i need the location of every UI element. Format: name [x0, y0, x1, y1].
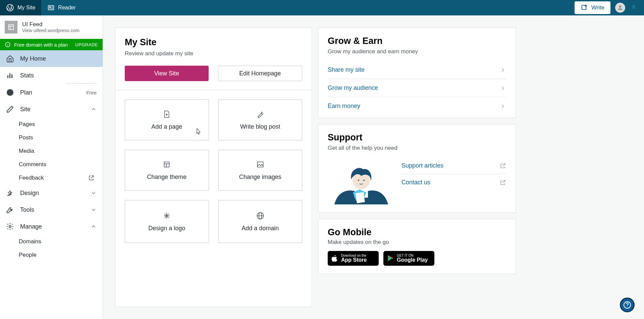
tile-change-theme-label: Change theme — [147, 174, 186, 181]
site-header[interactable]: UI Feed View uifeed.wordpress.com — [0, 15, 103, 39]
site-name: UI Feed — [22, 21, 79, 28]
tile-design-logo-label: Design a logo — [148, 225, 185, 232]
tile-design-logo[interactable]: Design a logo — [125, 200, 209, 243]
link-earn-money[interactable]: Earn money — [328, 97, 506, 115]
tile-add-page-label: Add a page — [151, 123, 182, 130]
tile-add-page[interactable]: Add a page — [125, 100, 209, 140]
link-grow-audience[interactable]: Grow my audience — [328, 79, 506, 97]
write-label: Write — [591, 4, 604, 11]
masterbar-right: Write — [575, 1, 644, 14]
chevron-up-icon — [91, 106, 97, 112]
link-contact-us[interactable]: Contact us — [401, 174, 506, 191]
tile-add-domain-label: Add a domain — [241, 225, 279, 232]
design-icon — [6, 189, 14, 197]
wand-icon — [256, 110, 265, 119]
nav-stats[interactable]: Stats — [0, 67, 103, 84]
plan-badge: Free — [86, 90, 97, 95]
help-fab[interactable] — [620, 298, 635, 312]
tile-change-theme[interactable]: Change theme — [125, 150, 209, 191]
external-icon — [499, 163, 506, 169]
reader-icon — [47, 4, 55, 11]
chevron-up-icon — [91, 224, 97, 230]
chevron-down-icon — [91, 190, 97, 196]
nav-site[interactable]: Site — [0, 101, 103, 118]
notifications-icon[interactable] — [630, 4, 637, 11]
svg-rect-17 — [9, 73, 10, 78]
globe-icon — [256, 211, 265, 220]
view-site-label: View Site — [154, 70, 179, 77]
theme-icon — [162, 160, 171, 169]
gear-icon — [6, 222, 14, 231]
upgrade-banner[interactable]: Free domain with a plan UPGRADE — [0, 39, 103, 50]
svg-point-19 — [7, 89, 13, 96]
nav-posts[interactable]: Posts — [0, 131, 103, 144]
nav-people[interactable]: People — [0, 248, 103, 262]
nav-people-label: People — [19, 252, 37, 258]
stats-icon — [6, 71, 14, 79]
nav-tools-label: Tools — [20, 206, 34, 213]
svg-rect-29 — [257, 162, 263, 167]
link-support-articles[interactable]: Support articles — [401, 157, 506, 174]
nav-design[interactable]: Design — [0, 185, 103, 201]
nav-site-label: Site — [20, 106, 31, 113]
tile-add-domain[interactable]: Add a domain — [218, 200, 303, 243]
tile-change-images-label: Change images — [239, 174, 281, 181]
link-grow-label: Grow my audience — [328, 84, 378, 91]
user-avatar[interactable] — [615, 3, 625, 13]
nav-pages[interactable]: Pages — [0, 118, 103, 131]
nav-feedback[interactable]: Feedback — [0, 171, 103, 185]
apple-icon — [331, 254, 338, 263]
appstore-button[interactable]: Download on the App Store — [328, 251, 379, 266]
mobile-title: Go Mobile — [328, 227, 506, 238]
svg-rect-2 — [49, 6, 51, 8]
svg-rect-26 — [164, 162, 169, 167]
nav-domains[interactable]: Domains — [0, 235, 103, 248]
nav-posts-label: Posts — [19, 134, 33, 141]
svg-rect-16 — [7, 75, 8, 78]
masterbar: My Site Reader Write — [0, 0, 644, 15]
write-button[interactable]: Write — [575, 1, 610, 14]
appstore-big: App Store — [341, 257, 367, 263]
nav-feedback-label: Feedback — [19, 175, 44, 181]
external-icon — [88, 175, 95, 181]
googleplay-button[interactable]: GET IT ON Google Play — [383, 251, 434, 266]
nav-my-home[interactable]: My Home — [0, 50, 103, 67]
tile-write-post[interactable]: Write blog post — [218, 100, 303, 140]
tile-write-post-label: Write blog post — [240, 123, 280, 130]
shell: UI Feed View uifeed.wordpress.com Free d… — [0, 15, 644, 319]
svg-point-9 — [619, 5, 622, 8]
support-illustration — [328, 157, 395, 204]
nav-my-home-label: My Home — [20, 55, 46, 62]
link-share-site[interactable]: Share my site — [328, 61, 506, 79]
edit-icon — [6, 105, 14, 113]
masterbar-my-site[interactable]: My Site — [0, 0, 41, 15]
info-icon — [5, 42, 11, 48]
nav-media[interactable]: Media — [0, 144, 103, 158]
nav-domains-label: Domains — [19, 238, 41, 245]
nav-design-label: Design — [20, 190, 39, 197]
main-content: My Site Review and update my site View S… — [103, 15, 644, 319]
stats-sparkline — [66, 83, 97, 83]
nav-comments[interactable]: Comments — [0, 158, 103, 171]
view-site-button[interactable]: View Site — [125, 66, 209, 81]
edit-homepage-label: Edit Homepage — [239, 70, 281, 77]
masterbar-reader[interactable]: Reader — [41, 0, 82, 15]
nav-plan[interactable]: Plan Free — [0, 84, 103, 101]
tile-change-images[interactable]: Change images — [218, 150, 303, 191]
upgrade-text: Free domain with a plan — [14, 42, 68, 48]
chevron-right-icon — [499, 103, 506, 110]
support-title: Support — [328, 132, 506, 143]
site-thumb-icon — [7, 23, 15, 31]
nav-tools[interactable]: Tools — [0, 201, 103, 218]
tools-icon — [6, 206, 14, 214]
mobile-card: Go Mobile Make updates on the go Downloa… — [318, 219, 516, 274]
play-big: Google Play — [397, 257, 428, 263]
nav-media-label: Media — [19, 148, 34, 154]
upgrade-cta: UPGRADE — [75, 42, 98, 47]
write-icon — [581, 4, 588, 11]
edit-homepage-button[interactable]: Edit Homepage — [218, 66, 303, 81]
nav-plan-label: Plan — [20, 89, 32, 96]
nav-manage[interactable]: Manage — [0, 218, 103, 235]
svg-rect-10 — [9, 25, 14, 30]
mysite-title: My Site — [125, 37, 302, 48]
